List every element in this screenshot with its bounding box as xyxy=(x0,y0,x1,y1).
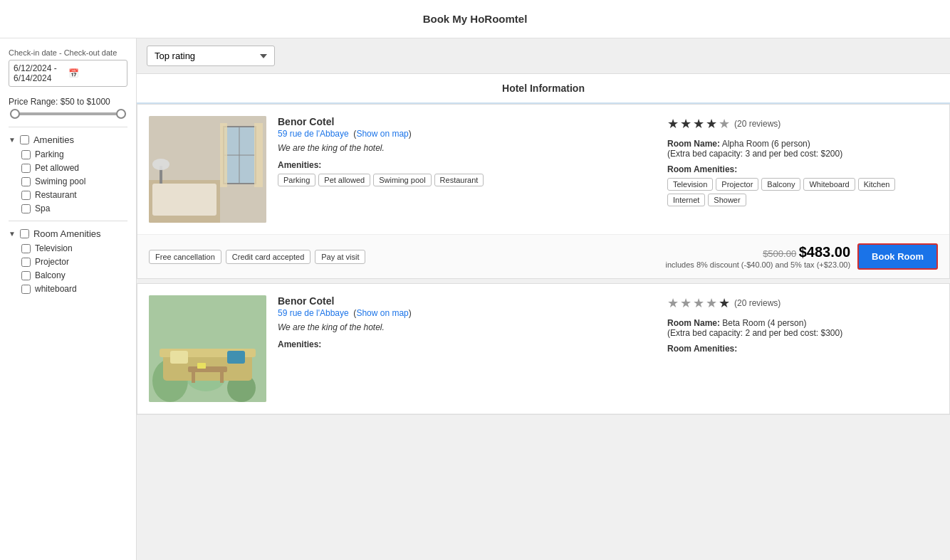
hotel-1-room-amenity-whiteboard: Whiteboard xyxy=(803,178,855,191)
slider-thumb-right[interactable] xyxy=(116,109,126,119)
hotel-1-address-link[interactable]: 59 rue de l'Abbaye xyxy=(278,129,349,139)
amenities-group-label: Amenities xyxy=(33,134,74,145)
amenity-restaurant[interactable]: Restaurant xyxy=(21,190,127,200)
hotel-1-star-2: ★ xyxy=(680,116,691,132)
room-amenity-television-label: Television xyxy=(35,243,73,253)
hotel-2-room-extra: (Extra bed capacity: 2 and per bed cost:… xyxy=(667,328,842,338)
amenity-parking[interactable]: Parking xyxy=(21,149,127,159)
room-amenity-projector[interactable]: Projector xyxy=(21,257,127,267)
room-amenity-whiteboard-label: whiteboard xyxy=(35,284,77,294)
amenity-restaurant-checkbox[interactable] xyxy=(21,191,31,200)
room-amenity-projector-checkbox[interactable] xyxy=(21,258,31,267)
hotel-1-name: Benor Cotel xyxy=(278,116,656,127)
hotel-card-2: Benor Cotel 59 rue de l'Abbaye (Show on … xyxy=(137,283,950,415)
room-amenity-television-checkbox[interactable] xyxy=(21,244,31,253)
amenity-spa-checkbox[interactable] xyxy=(21,204,31,213)
room-amenities-group-header[interactable]: ▼ Room Amenities xyxy=(9,228,127,239)
results-header: Hotel Information xyxy=(137,74,950,104)
hotel-2-amenities-label: Amenities: xyxy=(278,339,656,349)
hotel-1-star-3: ★ xyxy=(693,116,704,132)
amenity-swiming-pool-label: Swiming pool xyxy=(35,176,85,186)
calendar-icon: 📅 xyxy=(68,68,123,78)
hotel-1-image xyxy=(149,116,266,223)
hotel-2-image-placeholder xyxy=(149,295,266,402)
slider-thumb-left[interactable] xyxy=(10,109,20,119)
page-header: Book My HoRoomtel xyxy=(0,0,950,38)
hotel-2-room-info: Room Name: Beta Room (4 person) (Extra b… xyxy=(667,318,938,338)
date-input-wrapper[interactable]: 6/12/2024 - 6/14/2024 📅 xyxy=(9,60,127,87)
hotel-2-description: We are the king of the hotel. xyxy=(278,322,656,332)
hotel-1-room-amenity-kitchen: Kitchen xyxy=(858,178,896,191)
svg-rect-6 xyxy=(254,123,263,187)
hotel-1-stars: ★ ★ ★ ★ ★ (20 reviews) xyxy=(667,116,938,132)
hotel-1-info: Benor Cotel 59 rue de l'Abbaye (Show on … xyxy=(278,116,656,223)
price-range-slider[interactable] xyxy=(9,112,127,115)
main-layout: Check-in date - Check-out date 6/12/2024… xyxy=(0,38,950,560)
hotel-1-room-amenity-shower: Shower xyxy=(708,194,746,206)
page-title: Book My HoRoomtel xyxy=(423,13,528,25)
hotel-1-tag-credit-card: Credit card accepted xyxy=(226,250,311,264)
hotel-1-room-amenity-projector: Projector xyxy=(716,178,758,191)
hotel-1-amenity-tags: Parking Pet allowed Swiming pool Restaur… xyxy=(278,174,656,186)
room-amenity-balcony[interactable]: Balcony xyxy=(21,270,127,280)
hotel-2-right: ★ ★ ★ ★ ★ (20 reviews) Room Name: Beta R… xyxy=(667,295,938,402)
amenity-pet-allowed[interactable]: Pet allowed xyxy=(21,163,127,173)
hotel-1-price-section: $500.00 $483.00 includes 8% discount (-$… xyxy=(665,243,938,270)
amenities-group-header[interactable]: ▼ Amenities xyxy=(9,134,127,145)
filter-bar: Top rating Price: Low to High Price: Hig… xyxy=(137,38,950,74)
hotel-1-room-name: Alpha Room (6 person) xyxy=(722,139,810,149)
amenities-group-checkbox[interactable] xyxy=(20,135,29,144)
hotel-1-price-info: $500.00 $483.00 includes 8% discount (-$… xyxy=(665,244,850,269)
hotel-1-room-amenity-balcony: Balcony xyxy=(761,178,800,191)
amenity-pet-allowed-label: Pet allowed xyxy=(35,163,79,173)
amenity-parking-checkbox[interactable] xyxy=(21,150,31,159)
hotel-2-star-3: ★ xyxy=(693,295,704,311)
amenity-swiming-pool[interactable]: Swiming pool xyxy=(21,176,127,186)
hotel-2-room-amenities-label: Room Amenities: xyxy=(667,344,938,354)
amenity-pet-allowed-checkbox[interactable] xyxy=(21,164,31,173)
hotel-2-star-5: ★ xyxy=(719,295,730,311)
hotel-1-room-amenities-label: Room Amenities: xyxy=(667,164,938,174)
amenities-filter-group: ▼ Amenities Parking Pet allowed Swiming … xyxy=(9,134,127,213)
hotel-2-room-name: Beta Room (4 person) xyxy=(722,318,806,328)
hotel-2-info: Benor Cotel 59 rue de l'Abbaye (Show on … xyxy=(278,295,656,402)
price-range-label: Price Range: $50 to $1000 xyxy=(9,97,127,107)
amenity-spa[interactable]: Spa xyxy=(21,204,127,213)
hotel-1-room-name-label: Room Name: xyxy=(667,139,720,149)
room-amenities-group-checkbox[interactable] xyxy=(20,229,29,238)
hotel-1-price-new: $483.00 xyxy=(799,244,850,260)
hotel-2-star-1: ★ xyxy=(667,295,679,311)
hotel-1-price-old: $500.00 xyxy=(763,248,796,259)
hotel-2-show-on-map-link[interactable]: Show on map xyxy=(356,308,408,318)
amenity-parking-label: Parking xyxy=(35,149,64,159)
hotel-2-name: Benor Cotel xyxy=(278,295,656,307)
hotel-1-room-amenity-television: Television xyxy=(667,178,713,191)
sidebar: Check-in date - Check-out date 6/12/2024… xyxy=(0,38,137,560)
divider-2 xyxy=(9,221,127,221)
hotel-1-star-5: ★ xyxy=(719,116,730,132)
hotel-2-address-link[interactable]: 59 rue de l'Abbaye xyxy=(278,308,349,318)
room-amenity-television[interactable]: Television xyxy=(21,243,127,253)
room-amenities-group-label: Room Amenities xyxy=(33,228,101,239)
hotel-1-room-info: Room Name: Alpha Room (6 person) (Extra … xyxy=(667,139,938,159)
amenity-swiming-pool-checkbox[interactable] xyxy=(21,177,31,186)
hotel-1-amenity-restaurant: Restaurant xyxy=(434,174,484,186)
svg-rect-8 xyxy=(152,184,216,216)
hotel-1-book-button[interactable]: Book Room xyxy=(857,243,938,270)
room-amenity-whiteboard-checkbox[interactable] xyxy=(21,285,31,294)
hotel-2-address: 59 rue de l'Abbaye (Show on map) xyxy=(278,308,656,318)
room-amenities-filter-group: ▼ Room Amenities Television Projector Ba… xyxy=(9,228,127,294)
room-amenity-whiteboard[interactable]: whiteboard xyxy=(21,284,127,294)
hotel-card-1: Benor Cotel 59 rue de l'Abbaye (Show on … xyxy=(137,104,950,279)
hotel-1-address: 59 rue de l'Abbaye (Show on map) xyxy=(278,129,656,139)
hotel-1-show-on-map-link[interactable]: Show on map xyxy=(356,129,408,139)
sort-select[interactable]: Top rating Price: Low to High Price: Hig… xyxy=(147,46,275,66)
hotel-1-room-amenity-internet: Internet xyxy=(667,194,705,206)
date-label: Check-in date - Check-out date xyxy=(9,48,127,57)
amenities-chevron-icon: ▼ xyxy=(9,136,16,144)
hotel-2-star-2: ★ xyxy=(680,295,691,311)
hotel-2-reviews: (20 reviews) xyxy=(734,298,781,308)
room-amenity-balcony-checkbox[interactable] xyxy=(21,271,31,280)
hotel-1-tag-pay-at-visit: Pay at visit xyxy=(315,250,365,264)
hotel-1-reviews: (20 reviews) xyxy=(734,119,781,129)
